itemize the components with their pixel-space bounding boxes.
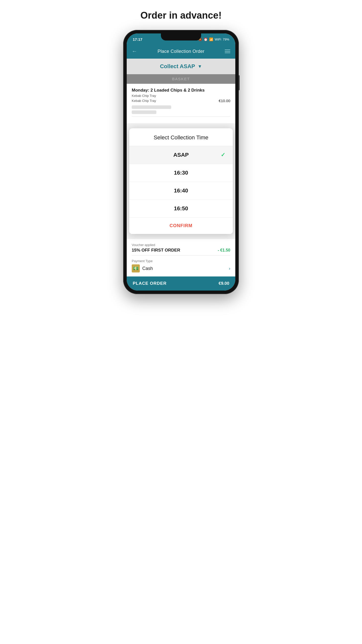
payment-label: Payment Type xyxy=(132,259,230,263)
signal-icon: 📶 xyxy=(209,37,213,41)
voucher-label: Voucher applied xyxy=(132,243,230,247)
modal-title: Select Collection Time xyxy=(129,128,233,146)
alarm-icon: ⏰ xyxy=(204,37,208,41)
time-1650-label: 16:50 xyxy=(174,205,188,212)
time-option-asap[interactable]: ASAP ✓ xyxy=(129,146,233,164)
menu-line-2 xyxy=(225,51,230,52)
time-1630-label: 16:30 xyxy=(174,170,188,176)
payment-row[interactable]: 💵 Cash › xyxy=(132,264,230,272)
collect-chevron-icon: ▼ xyxy=(198,64,202,69)
time-asap-label: ASAP xyxy=(173,152,189,158)
menu-button[interactable] xyxy=(225,50,230,53)
phone-frame: 17:17 🔕 ⏰ 📶 WiFi 79% ← Place Collection … xyxy=(123,30,239,294)
payment-method: Cash xyxy=(142,266,153,271)
cash-icon-symbol: 💵 xyxy=(133,266,139,271)
place-order-total: €9.00 xyxy=(218,281,229,286)
blurred-line-1 xyxy=(132,105,171,109)
blurred-line-2 xyxy=(132,110,156,114)
back-button[interactable]: ← xyxy=(132,48,137,55)
time-1640-label: 16:40 xyxy=(174,187,188,194)
divider-2 xyxy=(132,255,230,256)
confirm-button[interactable]: CONFIRM xyxy=(129,218,233,234)
below-modal: Voucher applied 15% OFF FIRST ORDER - €1… xyxy=(127,239,235,276)
place-order-label: PLACE ORDER xyxy=(133,281,167,286)
basket-content: Monday: 2 Loaded Chips & 2 Drinks Kebab … xyxy=(127,84,235,123)
page-title: Order in advance! xyxy=(140,10,221,21)
basket-area: Monday: 2 Loaded Chips & 2 Drinks Kebab … xyxy=(127,84,235,276)
divider-1 xyxy=(132,116,230,117)
basket-item-price: €10.00 xyxy=(219,99,230,103)
battery-level: 79% xyxy=(223,37,229,41)
time-option-1650[interactable]: 16:50 xyxy=(129,200,233,218)
payment-chevron-icon[interactable]: › xyxy=(229,266,230,271)
header-title: Place Collection Order xyxy=(158,49,205,54)
collect-asap-text: Collect ASAP xyxy=(160,63,195,70)
menu-line-3 xyxy=(225,53,230,53)
select-collection-modal: Select Collection Time ASAP ✓ 16:30 16:4… xyxy=(129,128,233,234)
collect-asap-bar[interactable]: Collect ASAP ▼ xyxy=(127,59,235,74)
cash-icon: 💵 xyxy=(132,264,140,272)
status-time: 17:17 xyxy=(133,37,142,42)
side-button xyxy=(239,75,240,90)
basket-extra-items xyxy=(132,105,230,114)
menu-line-1 xyxy=(225,50,230,50)
voucher-row: 15% OFF FIRST ORDER - €1.50 xyxy=(132,248,230,253)
modal-overlay: Select Collection Time ASAP ✓ 16:30 16:4… xyxy=(127,128,235,234)
phone-screen: 17:17 🔕 ⏰ 📶 WiFi 79% ← Place Collection … xyxy=(127,33,235,291)
status-icons: 🔕 ⏰ 📶 WiFi 79% xyxy=(198,37,229,41)
app-header: ← Place Collection Order xyxy=(127,45,235,59)
voucher-name: 15% OFF FIRST ORDER xyxy=(132,248,180,253)
voucher-discount: - €1.50 xyxy=(218,248,230,253)
basket-item-title: Monday: 2 Loaded Chips & 2 Drinks xyxy=(132,88,230,93)
basket-item-sub2: Kebab Chip Tray xyxy=(132,99,156,103)
basket-item-sub1: Kebab Chip Tray xyxy=(132,94,230,98)
selected-checkmark: ✓ xyxy=(221,152,225,158)
time-option-1630[interactable]: 16:30 xyxy=(129,164,233,182)
phone-notch xyxy=(161,33,201,41)
basket-label: BASKET xyxy=(172,77,190,81)
basket-item-row: Kebab Chip Tray €10.00 xyxy=(132,99,230,103)
wifi-icon: WiFi xyxy=(215,37,221,41)
time-option-1640[interactable]: 16:40 xyxy=(129,182,233,200)
place-order-bar[interactable]: PLACE ORDER €9.00 xyxy=(127,276,235,291)
payment-left: 💵 Cash xyxy=(132,264,153,272)
basket-header: BASKET xyxy=(127,74,235,84)
